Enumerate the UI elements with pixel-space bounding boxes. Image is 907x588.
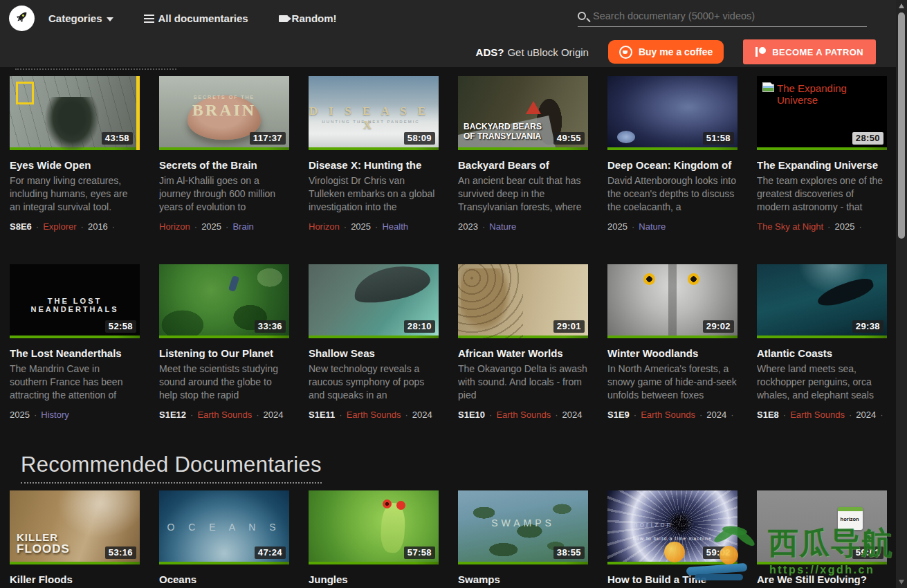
video-thumbnail[interactable]: 43:58 [10, 76, 140, 150]
video-title[interactable]: Jungles [309, 573, 439, 587]
chevron-down-icon [107, 17, 113, 21]
video-card[interactable]: SWAMPS 38:55 Swamps [458, 490, 588, 588]
video-thumbnail[interactable]: THE LOST NEANDERTHALS 52:58 [10, 264, 140, 338]
video-title[interactable]: Oceans [159, 573, 289, 587]
video-thumbnail[interactable]: 51:58 [607, 76, 737, 150]
video-card[interactable]: The Expanding Universe 28:50 The Expandi… [757, 76, 887, 232]
become-patron-button[interactable]: BECOME A PATRON [743, 39, 876, 64]
video-card[interactable]: 29:02 Winter Woodlands In North America'… [607, 264, 737, 421]
video-thumbnail[interactable]: SECRETS OF THE BRAIN 117:37 [159, 76, 289, 150]
nav-categories[interactable]: Categories [48, 12, 113, 24]
category-link[interactable]: Earth Sounds [197, 410, 252, 420]
ublock-link[interactable]: Get uBlock Origin [507, 46, 589, 58]
video-title[interactable]: Killer Floods [10, 573, 140, 587]
nav-items: Categories All documentaries Random! [48, 12, 337, 24]
year-label: 2025 [607, 221, 627, 232]
thumbnail-text: D I S E A S E X [309, 104, 430, 132]
video-title[interactable]: Deep Ocean: Kingdom of [607, 158, 737, 172]
duration-badge: 58:09 [404, 132, 435, 145]
scrollbar-down-arrow-icon[interactable] [899, 580, 904, 585]
nav-all-documentaries[interactable]: All documentaries [144, 12, 248, 24]
meta-separator: · [859, 221, 861, 232]
video-thumbnail[interactable]: 29:02 [607, 264, 737, 338]
video-description: New technology reveals a raucous symphon… [309, 362, 439, 402]
category-link[interactable]: History [41, 410, 68, 420]
site-logo[interactable] [9, 6, 35, 31]
search-bar [578, 10, 867, 27]
category-link[interactable]: Earth Sounds [347, 410, 401, 420]
video-card[interactable]: SECRETS OF THE BRAIN 117:37 Secrets of t… [159, 76, 289, 232]
meta-separator: · [226, 221, 228, 232]
nav-random[interactable]: Random! [279, 12, 337, 24]
video-title[interactable]: Backyard Bears of [458, 158, 588, 172]
category-link[interactable]: Earth Sounds [790, 410, 845, 420]
video-thumbnail[interactable]: 29:01 [458, 264, 588, 338]
video-card[interactable]: THE LOST NEANDERTHALS 52:58 The Lost Nea… [10, 264, 140, 421]
meta-separator: · [827, 221, 830, 232]
video-title[interactable]: The Lost Neanderthals [10, 347, 140, 360]
search-input[interactable] [593, 10, 867, 21]
video-thumbnail[interactable]: The Expanding Universe 28:50 [757, 76, 887, 150]
video-card[interactable]: KILLER FLOODS 53:16 Killer Floods [10, 490, 140, 588]
meta-separator: · [34, 410, 37, 420]
video-thumbnail[interactable]: horizon how to build a time machine 59:0… [607, 490, 737, 564]
video-thumbnail[interactable]: D I S E A S E X HUNTING THE NEXT PANDEMI… [309, 76, 439, 150]
video-title[interactable]: Swamps [458, 573, 588, 587]
video-thumbnail[interactable]: BACKYARD BEARS OF TRANSYLVANIA 49:55 [458, 76, 588, 150]
video-card[interactable]: 29:38 Atlantic Coasts Where land meets s… [757, 264, 887, 421]
video-card[interactable]: 29:01 African Water Worlds The Okavango … [458, 264, 588, 421]
category-link[interactable]: Brain [232, 221, 253, 232]
video-card[interactable]: horizon 59:01 Are We Still Evolving? [757, 490, 887, 588]
video-thumbnail[interactable]: O C E A N S 47:24 [159, 490, 289, 564]
category-link[interactable]: Horizon [309, 221, 340, 232]
scrollbar-up-arrow-icon[interactable] [899, 3, 904, 8]
video-thumbnail[interactable]: 33:36 [159, 264, 289, 338]
category-link[interactable]: Nature [489, 221, 516, 232]
video-title[interactable]: How to Build a Time [607, 573, 737, 587]
scrollbar-thumb[interactable] [898, 12, 905, 239]
video-card[interactable]: 51:58 Deep Ocean: Kingdom of David Atten… [607, 76, 737, 232]
watched-progress-bar [458, 147, 588, 150]
video-card[interactable]: 28:10 Shallow Seas New technology reveal… [309, 264, 439, 421]
video-thumbnail[interactable]: 29:38 [757, 264, 887, 338]
search-icon[interactable] [578, 12, 586, 20]
video-card[interactable]: 57:58 Jungles [309, 490, 439, 588]
year-label: 2025 [201, 221, 221, 232]
video-title[interactable]: Secrets of the Brain [159, 158, 289, 172]
category-link[interactable]: Nature [639, 221, 666, 232]
thumbnail-subtext: OF TRANSYLVANIA [464, 131, 541, 141]
category-link[interactable]: Earth Sounds [641, 410, 695, 420]
video-thumbnail[interactable]: 28:10 [309, 264, 439, 338]
video-thumbnail[interactable]: KILLER FLOODS 53:16 [10, 490, 140, 564]
video-title[interactable]: Winter Woodlands [607, 347, 737, 360]
duration-badge: 47:24 [255, 546, 286, 559]
category-link[interactable]: Health [382, 221, 408, 232]
video-title[interactable]: Listening to Our Planet [159, 347, 289, 360]
nav-categories-label: Categories [48, 12, 102, 24]
video-card[interactable]: horizon how to build a time machine 59:0… [607, 490, 737, 588]
video-thumbnail[interactable]: 57:58 [309, 490, 439, 564]
video-thumbnail[interactable]: horizon 59:01 [757, 490, 887, 564]
video-card[interactable]: BACKYARD BEARS OF TRANSYLVANIA 49:55 Bac… [458, 76, 588, 232]
buy-coffee-button[interactable]: Buy me a coffee [608, 40, 724, 64]
video-card[interactable]: D I S E A S E X HUNTING THE NEXT PANDEMI… [309, 76, 439, 232]
video-title[interactable]: Atlantic Coasts [757, 347, 887, 360]
video-thumbnail[interactable]: SWAMPS 38:55 [458, 490, 588, 564]
video-card[interactable]: 43:58 Eyes Wide Open For many living cre… [10, 76, 140, 232]
category-link[interactable]: The Sky at Night [757, 221, 823, 232]
watched-progress-bar [10, 562, 140, 564]
video-title[interactable]: Shallow Seas [309, 347, 439, 360]
video-card[interactable]: 33:36 Listening to Our Planet Meet the s… [159, 264, 289, 421]
video-meta: S1E8·Earth Sounds·2024· [757, 410, 887, 421]
video-title[interactable]: Eyes Wide Open [10, 158, 140, 172]
header-actions-row: ADS?Get uBlock Origin Buy me a coffee BE… [0, 37, 907, 67]
video-title[interactable]: The Expanding Universe [757, 158, 887, 172]
video-card[interactable]: O C E A N S 47:24 Oceans [159, 490, 289, 588]
meta-separator: · [482, 221, 485, 232]
category-link[interactable]: Explorer [43, 221, 76, 232]
video-title[interactable]: Disease X: Hunting the [309, 158, 439, 172]
category-link[interactable]: Earth Sounds [496, 410, 551, 420]
video-title[interactable]: African Water Worlds [458, 347, 588, 360]
video-title[interactable]: Are We Still Evolving? [757, 573, 887, 587]
category-link[interactable]: Horizon [159, 221, 190, 232]
